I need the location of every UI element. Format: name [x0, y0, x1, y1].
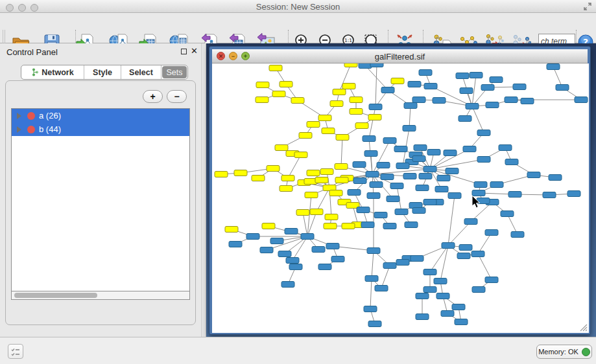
graph-node — [289, 264, 302, 270]
graph-node — [547, 64, 560, 70]
task-list-icon — [11, 347, 20, 356]
scrollbar-thumb[interactable] — [14, 293, 97, 298]
close-panel-icon[interactable]: ✕ — [191, 46, 198, 56]
graph-node — [464, 219, 477, 225]
control-panel-header: Control Panel ✕ — [0, 43, 201, 60]
graph-node — [396, 260, 409, 266]
tab-sets[interactable]: Sets — [162, 66, 187, 78]
graph-node — [301, 234, 314, 240]
graph-node — [291, 98, 304, 104]
graph-node — [490, 77, 503, 83]
window-titlebar[interactable]: Session: New Session — [0, 0, 596, 13]
graph-node — [383, 223, 396, 229]
graph-node — [446, 168, 459, 174]
graph-node — [435, 187, 448, 192]
tab-label: Select — [129, 68, 153, 77]
set-color-icon — [27, 112, 35, 120]
graph-node — [403, 174, 416, 179]
graph-node — [549, 175, 562, 181]
graph-node — [260, 247, 273, 253]
graph-node — [412, 208, 425, 214]
float-panel-icon[interactable] — [181, 49, 187, 54]
horizontal-scrollbar[interactable] — [11, 291, 190, 300]
graph-node — [470, 73, 483, 78]
graph-node — [348, 190, 361, 196]
graph-node — [423, 287, 436, 293]
memory-status-button[interactable]: Memory: OK — [536, 345, 592, 359]
graph-node — [485, 277, 498, 283]
graph-node — [423, 199, 436, 205]
tab-select[interactable]: Select — [121, 65, 161, 79]
fullscreen-icon[interactable] — [583, 2, 592, 11]
set-row-a[interactable]: a (26) — [12, 109, 189, 122]
expand-caret-icon[interactable] — [17, 113, 21, 119]
graph-node — [296, 210, 309, 216]
graph-node — [324, 223, 337, 229]
graph-node — [350, 97, 363, 103]
cytoscape-window: Session: New Session — [0, 0, 596, 364]
graph-node — [381, 174, 394, 180]
graph-node — [322, 128, 335, 134]
set-row-b[interactable]: b (44) — [12, 122, 189, 136]
expand-caret-icon[interactable] — [17, 126, 21, 133]
graph-node — [567, 191, 580, 197]
graph-node — [463, 146, 476, 152]
graph-node — [381, 87, 394, 93]
graph-node — [460, 88, 473, 94]
task-history-button[interactable] — [8, 344, 23, 359]
graph-node — [452, 304, 465, 310]
graph-node — [499, 145, 512, 151]
graph-node — [364, 306, 377, 312]
graph-node — [511, 232, 524, 238]
graph-node — [414, 145, 427, 151]
graph-node — [256, 97, 268, 103]
sets-panel: + − a (26) b (44) — [5, 80, 196, 325]
tab-style[interactable]: Style — [84, 65, 121, 79]
graph-node — [481, 85, 494, 91]
graph-node — [472, 287, 485, 293]
graph-node — [444, 150, 457, 156]
tab-label: Style — [93, 68, 112, 77]
network-frame-titlebar[interactable]: ✕ − + galFiltered.sif — [212, 49, 588, 63]
split-pane-divider[interactable] — [201, 43, 206, 337]
graph-node — [472, 190, 485, 196]
graph-node — [286, 258, 299, 264]
remove-set-button[interactable]: − — [167, 90, 187, 103]
graph-node — [416, 293, 429, 299]
memory-ok-icon — [582, 348, 590, 356]
network-tab-icon — [31, 68, 39, 76]
graph-node — [383, 263, 396, 269]
graph-node — [234, 170, 247, 176]
graph-node — [320, 169, 333, 175]
tab-network[interactable]: Network — [21, 65, 84, 79]
graph-node — [448, 193, 461, 199]
graph-node — [394, 146, 407, 152]
graph-node — [315, 177, 328, 183]
graph-node — [335, 177, 348, 183]
network-graph[interactable] — [212, 63, 589, 333]
graph-node — [375, 286, 388, 291]
graph-node — [405, 222, 418, 228]
graph-node — [437, 176, 450, 181]
graph-node — [307, 170, 320, 176]
graph-node — [252, 176, 265, 181]
network-canvas[interactable] — [212, 63, 589, 333]
graph-node — [543, 192, 556, 198]
graph-node — [441, 311, 454, 317]
sets-list[interactable]: a (26) b (44) — [11, 108, 190, 291]
resize-grip-icon[interactable] — [580, 324, 588, 332]
graph-node — [390, 183, 403, 189]
graph-node — [404, 103, 417, 109]
graph-node — [225, 227, 238, 233]
graph-node — [280, 186, 292, 192]
set-label: b (44) — [39, 124, 61, 134]
graph-node — [364, 151, 377, 157]
graph-node — [427, 150, 440, 155]
graph-node — [370, 63, 383, 67]
graph-node — [505, 159, 518, 165]
add-set-button[interactable]: + — [143, 90, 163, 103]
graph-node — [513, 84, 526, 90]
graph-node — [412, 97, 425, 103]
network-frame[interactable]: ✕ − + galFiltered.sif — [209, 46, 591, 335]
graph-node — [575, 97, 588, 103]
